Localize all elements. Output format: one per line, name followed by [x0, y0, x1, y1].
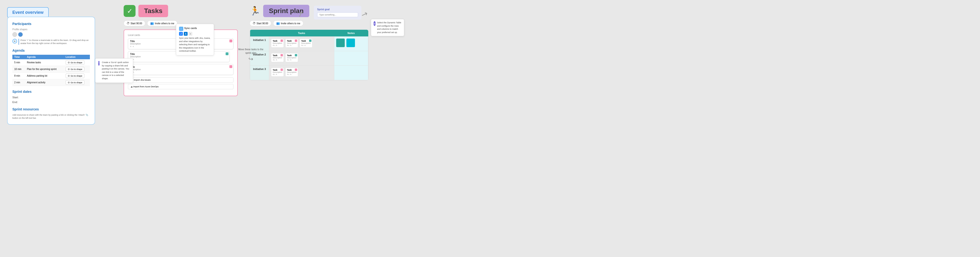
location-cell: ⊙ Go to shape: [64, 66, 90, 73]
initiative-3-label: Initiative 3: [250, 65, 269, 80]
agenda-cell: Alignment activity: [25, 79, 64, 86]
sprint-start-button[interactable]: ⏱ Start 90:00: [250, 21, 271, 26]
task-meta: Ac: A: [273, 73, 282, 75]
task-meta: Ac: A: [287, 59, 296, 61]
task-mini[interactable]: Task Description Ac: A: [299, 38, 312, 48]
task-desc: Description: [287, 42, 296, 44]
sprint-toolbar: ⏱ Start 90:00 👥 Invite others to me: [250, 21, 369, 26]
start-timer-button[interactable]: ⏱ Start 90:00: [124, 21, 145, 26]
invite-label: Invite others to me: [281, 22, 300, 25]
note-square: [336, 38, 345, 47]
sync-icons: J A +: [179, 32, 211, 36]
task-meta: Ac: A: [287, 73, 296, 75]
initiative-row: Initiative 3 Task Description Ac: A: [250, 65, 368, 80]
import-jira-button[interactable]: 🔷 Import Jira Issues: [128, 77, 234, 83]
sprint-table-container: Tasks Notes Initiative 1 Task: [250, 30, 369, 80]
goto-tooltip-text: Create a 'Go-to' quick action by copying…: [102, 61, 130, 80]
task-mini[interactable]: Task Description Ac: A: [285, 38, 298, 48]
event-overview-button[interactable]: Event overview: [7, 7, 49, 18]
task-card[interactable]: Title Description A · A: [128, 64, 234, 75]
agenda-title: Agenda: [12, 49, 90, 53]
start-label: Start 90:00: [256, 22, 268, 25]
timer-icon: ⏱: [127, 22, 130, 25]
tasks-check-icon: ✓: [124, 5, 135, 17]
task-corner-icon: [280, 40, 283, 42]
sprint-resources-title: Sprint resources: [12, 107, 90, 111]
initiative-1-tasks: Task Description Ac: A Task Description …: [269, 37, 334, 51]
task-mini[interactable]: Task Description Ac: A: [285, 68, 298, 77]
task-corner-icon: [295, 69, 297, 71]
event-overview-panel: Participants Profile shapes + Press '+' …: [7, 17, 95, 125]
timer-icon: ⏱: [253, 22, 256, 25]
tasks-header: ✓ Tasks: [124, 5, 238, 17]
task-corner-icon: [295, 40, 297, 42]
col-empty: [250, 30, 269, 37]
avatar: [12, 32, 17, 37]
initiative-row: Initiative 2 Task Description Ac: A: [250, 51, 368, 65]
col-agenda: Agenda: [25, 55, 64, 59]
initiative-row: Initiative 1 Task Description Ac: A: [250, 37, 368, 51]
azure-icon: ☁: [130, 85, 134, 88]
task-mini[interactable]: Task Description Ac: A: [271, 53, 284, 62]
sprint-goal-label: Sprint goal: [317, 8, 358, 11]
sprint-table: Tasks Notes Initiative 1 Task: [250, 30, 368, 80]
task-mini[interactable]: Task Description Ac: A: [271, 68, 284, 77]
go-to-shape-button[interactable]: ⊙ Go to shape: [65, 80, 84, 85]
sync-icon: ↔: [179, 27, 183, 31]
task-meta: Ac: A: [273, 59, 282, 61]
agenda-cell: Plan for the upcoming sprint: [25, 66, 64, 73]
task-corner-icon: [295, 54, 297, 56]
card-corner-icon: [229, 65, 232, 68]
start-label: Start:: [12, 96, 90, 99]
task-desc: Description: [273, 57, 282, 59]
agenda-cell: Address parking lot: [25, 73, 64, 79]
initiative-2-notes: [334, 51, 368, 65]
sync-cards-tooltip: ↔ Sync cards J A + Sync your items with …: [176, 24, 214, 56]
sprint-person-icon: 🏃: [250, 6, 260, 16]
sprint-invite-button[interactable]: 👥 Invite others to me: [273, 21, 303, 26]
navigation-icon: ⊙: [68, 81, 70, 84]
move-tasks-tooltip: Move these tasks to the sprint plan ↪: [238, 48, 264, 63]
import-buttons: 🔷 Import Jira Issues ☁ Import from Azure…: [128, 77, 234, 89]
initiative-1-notes: [334, 37, 368, 51]
location-cell: ⊙ Go to shape: [64, 73, 90, 79]
participants-note: Press '+' to choose a teammate to add to…: [19, 39, 90, 45]
sprint-dates-title: Sprint dates: [12, 90, 90, 94]
card-meta: A · A: [130, 58, 228, 61]
agenda-table: Time Agenda Location 5 min Review tasks …: [12, 55, 90, 86]
card-desc: Description: [130, 56, 228, 58]
move-tasks-text: Move these tasks to the sprint plan: [238, 48, 264, 55]
agenda-cell: Review tasks: [25, 59, 64, 66]
task-mini[interactable]: Task Description Ac: A: [285, 53, 298, 62]
task-desc: Description: [287, 57, 296, 59]
dynamic-table-tooltip: ⚙ Select the Dynamic Table and configure…: [371, 19, 404, 36]
task-meta: Ac: A: [301, 44, 311, 46]
import-azure-button[interactable]: ☁ Import from Azure DevOps: [128, 84, 234, 89]
col-location: Location: [64, 55, 90, 59]
go-to-shape-button[interactable]: ⊙ Go to shape: [65, 73, 84, 78]
card-desc: Description: [130, 68, 231, 71]
resources-desc: Add resources to share with the team by …: [12, 113, 90, 120]
end-label: End:: [12, 101, 90, 104]
tooltip-icon: ?: [98, 61, 100, 65]
invite-icon: 👥: [150, 22, 154, 25]
table-row: 8 min Address parking lot ⊙ Go to shape: [12, 73, 90, 79]
initiative-2-tasks: Task Description Ac: A Task Description …: [269, 51, 334, 65]
card-meta: A · A: [130, 71, 231, 73]
sprint-title: Sprint plan: [263, 5, 309, 17]
sprint-dates-section: Sprint dates Start: End:: [12, 90, 90, 104]
task-mini[interactable]: Task Description Ac: A: [271, 38, 284, 48]
col-notes: Notes: [334, 30, 368, 37]
participants-section: Participants Profile shapes + Press '+' …: [12, 22, 90, 45]
azure-badge: A: [184, 32, 188, 36]
sprint-goal-input[interactable]: [317, 12, 358, 17]
invite-button[interactable]: 👥 Invite others to me: [147, 21, 177, 26]
profile-circles: [12, 32, 90, 37]
card-title: Title: [130, 65, 231, 68]
invite-icon: 👥: [276, 22, 280, 25]
go-to-shape-button[interactable]: ⊙ Go to shape: [65, 67, 84, 72]
go-to-shape-button[interactable]: ⊙ Go to shape: [65, 60, 84, 65]
sync-title: Sync cards: [184, 26, 197, 30]
more-badge: +: [189, 32, 192, 36]
dynamic-table-text: Select the Dynamic Table and configure t…: [377, 21, 402, 34]
